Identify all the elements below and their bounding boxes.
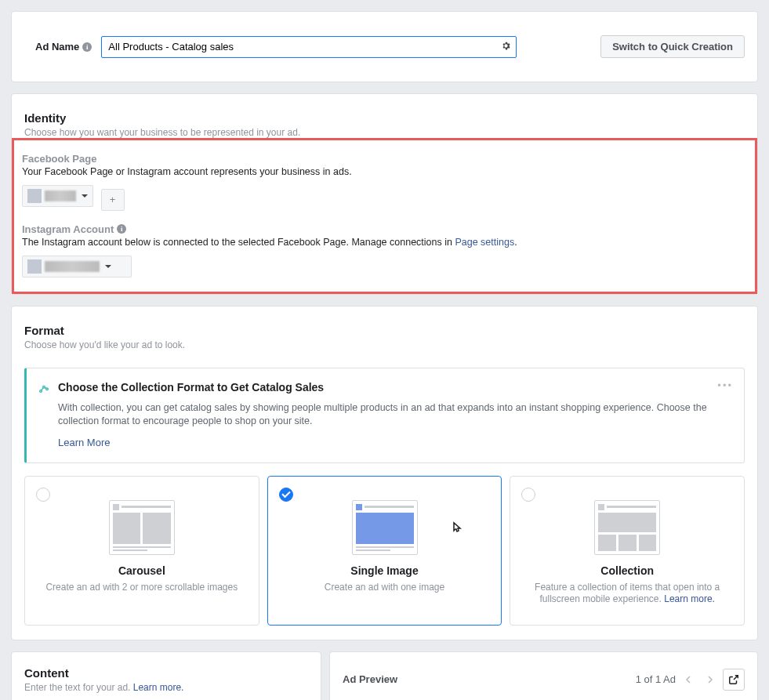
- instagram-account-selector[interactable]: [22, 256, 132, 277]
- add-page-button[interactable]: +: [101, 189, 125, 211]
- page-settings-link[interactable]: Page settings: [455, 237, 514, 248]
- radio-unchecked[interactable]: [521, 488, 535, 502]
- info-icon[interactable]: i: [117, 224, 126, 234]
- next-arrow-icon[interactable]: [702, 673, 716, 687]
- svg-point-0: [40, 390, 42, 392]
- instagram-account-desc: The Instagram account below is connected…: [22, 237, 747, 248]
- format-option-desc: Create an ad with one image: [279, 582, 491, 594]
- ad-name-label-text: Ad Name: [35, 41, 79, 53]
- format-option-collection[interactable]: Collection Feature a collection of items…: [510, 476, 745, 626]
- facebook-page-desc: Your Facebook Page or Instagram account …: [22, 166, 747, 177]
- format-option-title: Single Image: [279, 564, 491, 577]
- radio-unchecked[interactable]: [36, 488, 50, 502]
- switch-quick-creation-button[interactable]: Switch to Quick Creation: [600, 35, 745, 58]
- ad-name-label: Ad Name i: [24, 41, 92, 53]
- facebook-page-label: Facebook Page: [22, 153, 747, 165]
- format-option-desc: Create an ad with 2 or more scrollable i…: [36, 582, 248, 594]
- tip-icon: [38, 382, 50, 397]
- preview-counter: 1 of 1 Ad: [636, 673, 676, 685]
- identity-title: Identity: [24, 111, 745, 125]
- info-icon[interactable]: i: [82, 42, 92, 52]
- format-option-desc: Feature a collection of items that open …: [521, 582, 733, 606]
- content-title: Content: [24, 666, 308, 680]
- collection-learn-more-link[interactable]: Learn more.: [664, 593, 715, 604]
- prev-arrow-icon[interactable]: [682, 673, 696, 687]
- format-tip-card: ••• Choose the Collection Format to Get …: [24, 368, 745, 463]
- ad-name-input[interactable]: [101, 36, 517, 58]
- format-option-title: Carousel: [36, 564, 248, 577]
- cursor-icon: [448, 520, 464, 540]
- content-learn-more-link[interactable]: Learn more.: [133, 682, 184, 693]
- format-title: Format: [24, 324, 745, 337]
- format-option-carousel[interactable]: Carousel Create an ad with 2 or more scr…: [24, 476, 259, 626]
- open-external-icon[interactable]: [723, 669, 745, 691]
- single-image-preview-icon: [352, 500, 418, 555]
- tip-body: With collection, you can get catalog sal…: [58, 401, 730, 429]
- identity-subtitle: Choose how you want your business to be …: [24, 127, 745, 138]
- facebook-page-selector[interactable]: [22, 185, 93, 207]
- format-option-single-image[interactable]: Single Image Create an ad with one image: [267, 476, 502, 626]
- identity-highlighted-region: Facebook Page Your Facebook Page or Inst…: [12, 138, 757, 294]
- carousel-preview-icon: [109, 500, 175, 555]
- collection-preview-icon: [594, 500, 660, 555]
- tip-learn-more-link[interactable]: Learn More: [58, 437, 110, 448]
- tip-menu-icon[interactable]: •••: [717, 379, 733, 391]
- instagram-account-label: Instagram Account i: [22, 223, 747, 235]
- gear-icon[interactable]: [501, 41, 510, 53]
- ad-preview-title: Ad Preview: [343, 673, 397, 685]
- radio-checked[interactable]: [279, 488, 293, 502]
- content-subtitle: Enter the text for your ad. Learn more.: [24, 682, 308, 693]
- tip-heading: Choose the Collection Format to Get Cata…: [58, 381, 730, 394]
- format-subtitle: Choose how you'd like your ad to look.: [24, 339, 745, 350]
- format-option-title: Collection: [521, 564, 733, 577]
